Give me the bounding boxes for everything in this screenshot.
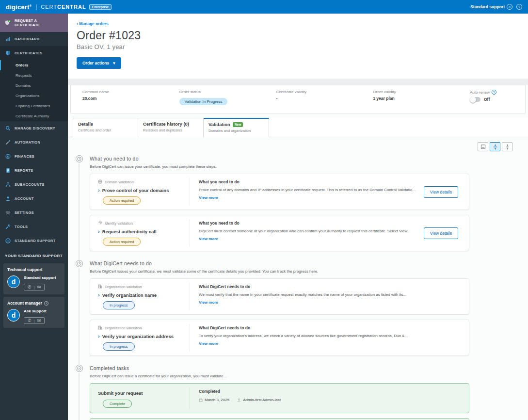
account-manager-card: Account manager i d Ask support ✆ | ✉ xyxy=(3,297,64,328)
task-card-prove-control-domains: Domain validation › Prove control of you… xyxy=(90,174,469,210)
progress-clock-icon xyxy=(76,260,83,267)
phone-icon[interactable]: ✆ xyxy=(28,318,32,323)
status-pill: Action required xyxy=(103,196,141,205)
sidebar-item-settings[interactable]: SETTINGS xyxy=(0,206,68,220)
sidebar-item-account[interactable]: ACCOUNT xyxy=(0,192,68,206)
tab-details[interactable]: Details Certificate and order xyxy=(73,118,138,137)
expand-chevron-icon[interactable]: › xyxy=(98,229,100,234)
support-avatar: d xyxy=(7,275,20,288)
section-description: Before DigiCert issues your certificate,… xyxy=(90,269,528,274)
section-title: What you need to do xyxy=(90,156,528,162)
expand-all-icon xyxy=(505,144,510,150)
calendar-icon xyxy=(199,398,203,402)
manager-contact-buttons[interactable]: ✆ | ✉ xyxy=(24,317,45,324)
sidebar-item-tools[interactable]: TOOLS xyxy=(0,220,68,234)
sidebar-item-manage-discovery[interactable]: MANAGE DISCOVERY xyxy=(0,121,68,135)
sidebar-item-certificates[interactable]: CERTIFICATES xyxy=(0,46,68,60)
card-view-button[interactable] xyxy=(478,142,488,151)
person-icon xyxy=(237,398,241,402)
sidebar-subitem-expiring-certificates[interactable]: Expiring Certificates xyxy=(0,101,68,111)
support-name: Standard support xyxy=(24,275,56,280)
bar-chart-icon xyxy=(5,36,11,42)
email-icon[interactable]: ✉ xyxy=(37,318,41,323)
globe-icon xyxy=(98,179,102,185)
tab-certificate-history[interactable]: Certificate history (0) Reissues and dup… xyxy=(138,118,204,137)
sidebar-subitem-orders[interactable]: Orders xyxy=(0,60,68,70)
completed-date: March 3, 2025 xyxy=(205,398,229,402)
sidebar-item-dashboard[interactable]: DASHBOARD xyxy=(0,32,68,46)
fingerprint-icon xyxy=(98,221,102,226)
section-what-digicert-needs-to-do: What DigiCert needs to do Before DigiCer… xyxy=(68,260,528,365)
section-title: What DigiCert needs to do xyxy=(90,260,528,266)
gear-icon xyxy=(5,210,11,215)
digicert-logo[interactable]: digicert® xyxy=(6,3,32,11)
sidebar-item-finances[interactable]: $ FINANCES xyxy=(0,149,68,163)
enterprise-badge: Enterprise xyxy=(89,4,112,10)
wand-icon xyxy=(5,140,11,145)
status-pill: In progress xyxy=(103,342,135,351)
sidebar-subitem-organizations[interactable]: Organizations xyxy=(0,91,68,101)
certcentral-logo: CERTCENTRAL xyxy=(41,4,86,10)
search-icon xyxy=(5,126,11,131)
sidebar-subitem-certificate-authority[interactable]: Certificate Authority xyxy=(0,111,68,121)
top-bar: digicert® | CERTCENTRAL Enterprise Stand… xyxy=(0,0,528,14)
page-title: Order #1023 xyxy=(77,29,528,42)
your-standard-support-heading: YOUR STANDARD SUPPORT xyxy=(0,248,68,261)
card-view-icon xyxy=(480,144,486,149)
sidebar-item-subaccounts[interactable]: SUBACCOUNTS xyxy=(0,178,68,192)
sidebar-item-automation[interactable]: AUTOMATION xyxy=(0,135,68,149)
breadcrumb[interactable]: ‹ Manage orders xyxy=(77,21,528,26)
shield-icon xyxy=(5,50,11,56)
tab-validation[interactable]: Validation New Domains and organization xyxy=(204,118,269,137)
view-more-link[interactable]: View more xyxy=(199,237,218,241)
clock-icon xyxy=(76,155,83,162)
shield-plus-icon xyxy=(5,20,11,26)
view-toolbar xyxy=(68,141,528,155)
sidebar-item-standard-support[interactable]: STANDARD SUPPORT xyxy=(0,234,68,248)
section-description: Before DigiCert can issue a certificate … xyxy=(90,374,528,378)
collapse-all-button[interactable] xyxy=(490,142,500,151)
certificate-validity-field: Certificate validity - xyxy=(276,90,373,105)
phone-icon[interactable]: ✆ xyxy=(28,285,32,290)
order-actions-button[interactable]: Order actions ▾ xyxy=(77,57,121,69)
sidebar-item-reports[interactable]: REPORTS xyxy=(0,163,68,178)
sidebar: REQUEST A CERTIFICATE DASHBOARD CERTIFIC… xyxy=(0,14,68,420)
expand-chevron-icon[interactable]: › xyxy=(98,334,100,339)
view-more-link[interactable]: View more xyxy=(199,300,218,305)
auto-renew-help-icon[interactable]: ? xyxy=(492,90,496,95)
section-what-you-need-to-do: What you need to do Before DigiCert can … xyxy=(68,155,528,260)
section-completed-tasks: Completed tasks Before DigiCert can issu… xyxy=(68,365,528,420)
info-icon[interactable]: i xyxy=(44,301,48,306)
task-card-verify-organization-address: Organization validation › Verify your or… xyxy=(90,320,469,356)
view-details-button[interactable]: View details xyxy=(424,186,458,198)
manager-avatar: d xyxy=(7,309,20,322)
expand-chevron-icon[interactable]: › xyxy=(98,292,100,298)
technical-support-title: Technical support xyxy=(7,267,61,272)
check-circle-icon xyxy=(76,365,83,372)
manager-name: Ask support xyxy=(24,309,47,313)
task-card-verify-organization-name: Organization validation › Verify organiz… xyxy=(90,278,469,315)
report-document-icon xyxy=(5,168,11,173)
view-more-link[interactable]: View more xyxy=(199,341,218,346)
wrench-icon xyxy=(5,224,11,229)
status-pill: In progress xyxy=(103,301,135,309)
email-icon[interactable]: ✉ xyxy=(37,285,41,290)
support-contact-buttons[interactable]: ✆ | ✉ xyxy=(24,284,45,291)
sidebar-subitem-requests[interactable]: Requests xyxy=(0,70,68,81)
view-details-button[interactable]: View details xyxy=(424,227,458,239)
view-more-link[interactable]: View more xyxy=(199,195,218,200)
expand-chevron-icon[interactable]: › xyxy=(98,188,100,193)
request-certificate-button[interactable]: REQUEST A CERTIFICATE xyxy=(0,14,68,32)
sidebar-subitem-domains[interactable]: Domains xyxy=(0,81,68,91)
help-icon[interactable]: ? xyxy=(516,4,522,10)
new-badge: New xyxy=(233,122,243,127)
main-content: ‹ Manage orders Order #1023 Basic OV, 1 … xyxy=(68,14,528,420)
order-validity-field: Order validity 1 year plan xyxy=(373,90,470,105)
section-title: Completed tasks xyxy=(90,365,528,371)
collapse-all-icon xyxy=(493,144,498,150)
standard-support-menu[interactable]: Standard support ☺ xyxy=(470,4,512,10)
status-pill: Action required xyxy=(103,238,141,246)
auto-renew-toggle[interactable] xyxy=(470,97,480,102)
expand-all-button[interactable] xyxy=(502,142,512,151)
task-card-request-authenticity-call: Identity validation › Request authentici… xyxy=(90,215,469,251)
